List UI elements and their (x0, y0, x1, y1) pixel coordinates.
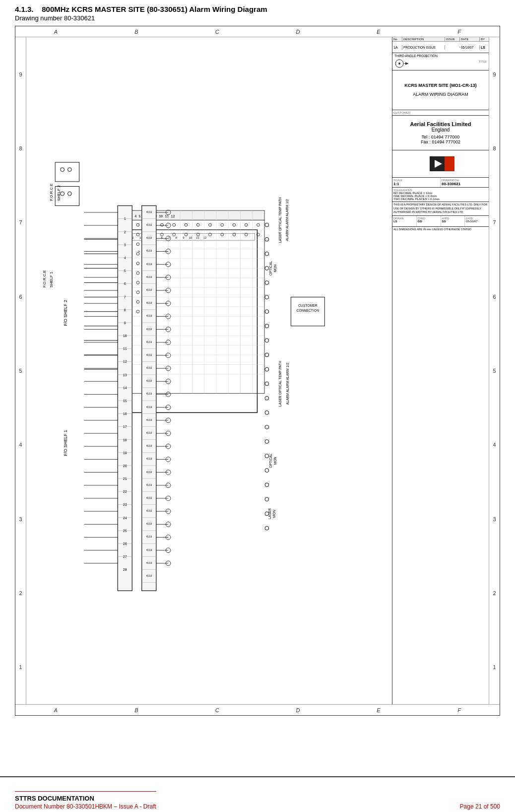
row-6-left: 6 (19, 294, 22, 300)
svg-point-131 (265, 338, 269, 342)
svg-point-9 (67, 168, 71, 172)
svg-text:OPTICAL: OPTICAL (269, 261, 272, 275)
svg-point-97 (136, 310, 139, 313)
svg-text:9: 9 (124, 321, 126, 325)
svg-text:2: 2 (124, 230, 126, 234)
company-logo (427, 154, 454, 174)
schematic-svg: F.O.R.C.E SHELF 2 F.O.R.C.E SHELF 1 F/O … (26, 37, 392, 704)
rev-col-desc: DESCRIPTION (402, 37, 445, 41)
svg-text:ALARM  ALARM  ALARM  1/2: ALARM ALARM ALARM 1/2 (286, 199, 289, 241)
svg-text:9: 9 (183, 236, 184, 239)
col-label-c-bot: C (177, 707, 258, 713)
svg-text:24: 24 (123, 516, 127, 520)
svg-text:3: 3 (124, 243, 126, 247)
svg-point-8 (61, 168, 64, 172)
tolerances-3: TWO DECIMAL PLACES = 0.1mm (393, 198, 488, 201)
rev-desc: PRODUCTION ISSUE (402, 45, 445, 50)
rev-date: 05/10/07 (460, 45, 480, 50)
svg-text:7: 7 (124, 295, 126, 299)
section-heading: 800MHz KCRS MASTER SITE (80-330651) Alar… (42, 5, 267, 13)
col-label-a: A (15, 29, 96, 35)
svg-point-62 (196, 223, 199, 226)
col-label-d-bot: D (258, 707, 338, 713)
svg-point-84 (136, 252, 139, 255)
svg-text:4118: 4118 (146, 549, 152, 551)
svg-point-133 (265, 367, 269, 371)
col-label-d: D (258, 29, 338, 35)
svg-point-128 (265, 295, 269, 299)
svg-point-93 (136, 291, 139, 294)
content-area: 4.1.3. 800MHz KCRS MASTER SITE (80-33065… (0, 0, 515, 776)
row-8-right: 8 (493, 145, 496, 151)
section-title: 4.1.3. 800MHz KCRS MASTER SITE (80-33065… (15, 5, 500, 13)
row-7-right: 7 (493, 219, 496, 225)
customer-location: England (432, 127, 450, 133)
col-label-e-bot: E (338, 707, 419, 713)
svg-point-67 (257, 223, 260, 226)
svg-point-132 (265, 353, 269, 357)
grid-top-labels: A B C D E F (15, 26, 500, 37)
row-5-right: 5 (493, 368, 496, 374)
customer-label-field: CUSTOMER (392, 110, 489, 116)
dimensions-note: ALL DIMENSIONS ARE IN mm UNLESS OTHERWIS… (392, 227, 489, 233)
svg-text:5: 5 (124, 269, 126, 273)
svg-point-126 (265, 267, 269, 271)
svg-text:4118: 4118 (146, 341, 152, 343)
svg-point-59 (161, 223, 164, 226)
svg-text:3: 3 (139, 236, 141, 239)
diagram-frame: A B C D E F A B C D E F 9 8 7 6 (15, 26, 500, 716)
col-label-c: C (177, 29, 258, 35)
svg-text:4118: 4118 (146, 328, 152, 331)
svg-text:MON: MON (273, 457, 277, 465)
svg-text:8: 8 (124, 308, 126, 312)
svg-point-57 (136, 223, 139, 226)
svg-text:4118: 4118 (146, 445, 152, 447)
chkd-value: GD (418, 220, 440, 223)
grid-bottom-labels: A B C D E F (15, 704, 500, 715)
svg-text:4118: 4118 (146, 211, 152, 213)
svg-point-64 (221, 223, 224, 226)
row-2-left: 2 (19, 590, 22, 596)
col-label-f-bot: F (419, 707, 500, 713)
svg-text:4118: 4118 (146, 523, 152, 525)
title-label: TITLE (479, 60, 487, 63)
svg-text:MON: MON (273, 264, 277, 272)
section-number: 4.1.3. (15, 5, 34, 13)
svg-text:4118: 4118 (146, 419, 152, 421)
svg-marker-349 (445, 156, 454, 171)
appd-value: SS (442, 220, 464, 223)
svg-text:4118: 4118 (146, 315, 152, 317)
svg-point-139 (265, 454, 269, 458)
grid-left-labels: 9 8 7 6 5 4 3 2 1 (15, 37, 26, 704)
svg-point-129 (265, 310, 269, 314)
svg-point-65 (233, 223, 236, 226)
svg-text:26: 26 (123, 542, 127, 546)
row-8-left: 8 (19, 145, 22, 151)
svg-text:2: 2 (137, 250, 141, 252)
svg-text:MON: MON (272, 510, 276, 518)
svg-text:6: 6 (161, 236, 163, 239)
svg-point-135 (265, 396, 269, 400)
svg-text:F/O SHELF 1: F/O SHELF 1 (63, 430, 68, 456)
svg-marker-347 (405, 62, 408, 65)
svg-text:SHELF 1: SHELF 1 (49, 272, 54, 287)
rev-col-by: BY (480, 37, 489, 41)
svg-text:25: 25 (123, 529, 127, 533)
rev-by: LS (480, 45, 489, 50)
grid-right-labels: 9 8 7 6 5 4 3 2 1 (489, 37, 500, 704)
row-4-left: 4 (19, 442, 22, 448)
svg-text:4118: 4118 (146, 276, 152, 278)
svg-text:22: 22 (123, 490, 127, 494)
svg-point-66 (245, 223, 248, 226)
svg-text:13: 13 (123, 373, 127, 377)
svg-text:10: 10 (123, 334, 127, 338)
svg-text:10: 10 (189, 236, 192, 239)
proprietary-text: THIS IS A PROPRIETARY DESIGN OF AERIAL F… (392, 202, 489, 216)
footer-left: STTRS DOCUMENTATION Document Number 80-3… (15, 791, 156, 811)
svg-point-63 (209, 223, 212, 226)
svg-text:4118: 4118 (146, 575, 152, 577)
svg-point-61 (185, 223, 188, 226)
svg-text:4118: 4118 (146, 393, 152, 395)
svg-text:F.O.R.C.E: F.O.R.C.E (42, 270, 47, 287)
col-label-b-bot: B (96, 707, 177, 713)
